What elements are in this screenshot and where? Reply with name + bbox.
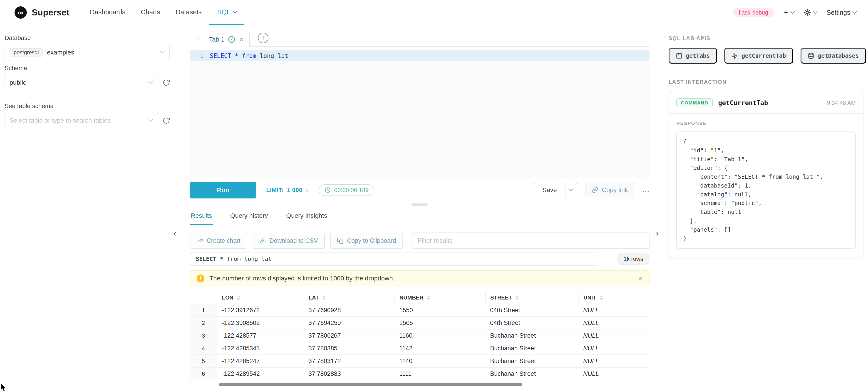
interaction-card-header: COMMAND getCurrentTab 9:34:48 AM [669, 92, 863, 114]
table-row[interactable]: 1 -122.3912672 37.7690928 1550 04th Stre… [190, 304, 650, 317]
limit-value: 1 000 [287, 187, 302, 194]
table-row[interactable]: 4 -122.4285341 37.780385 1142 Buchanan S… [190, 342, 650, 355]
api-buttons: getTabs getCurrentTab getDatabases [669, 48, 864, 64]
download-csv-button[interactable]: Download to CSV [253, 233, 325, 249]
sqllab-api-panel: SQL LAB APIS getTabs getCurrentTab getDa… [659, 26, 868, 391]
table-row[interactable]: 6 -122.4289542 37.7802883 1111 Buchanan … [190, 367, 650, 380]
run-button[interactable]: Run [190, 182, 256, 198]
tab-title: Tab 1 [209, 36, 225, 43]
new-item-button[interactable]: + [783, 8, 794, 17]
cell-unit: NULL [579, 342, 650, 355]
table-row[interactable]: 2 -122.3908502 37.7694259 1505 04th Stre… [190, 317, 650, 329]
chevron-down-icon [790, 9, 795, 14]
cell-number: 1160 [395, 329, 486, 342]
cell-lon: -122.3908502 [217, 317, 304, 329]
last-interaction-card: COMMAND getCurrentTab 9:34:48 AM RESPONS… [669, 92, 864, 258]
results-table: LON LAT NUMBER STREET UNIT 1 -122.391267… [190, 292, 650, 380]
limit-dropdown[interactable]: LIMIT: 1 000 [266, 187, 309, 194]
table-row[interactable]: 5 -122.4285247 37.7803172 1140 Buchanan … [190, 355, 650, 367]
save-options-button[interactable] [565, 183, 577, 197]
copy-to-clipboard-button[interactable]: Copy to Clipboard [330, 233, 403, 249]
refresh-tables-button[interactable] [163, 117, 170, 124]
close-tab-icon[interactable]: × [240, 36, 244, 43]
cell-lon: -122.3912672 [217, 304, 304, 317]
print-margin-line [473, 51, 473, 177]
command-name: getCurrentTab [718, 99, 768, 107]
horizontal-scrollbar[interactable] [219, 383, 522, 386]
column-header-number[interactable]: NUMBER [395, 292, 486, 304]
caret-down-icon [305, 187, 309, 192]
editor-tab[interactable]: ⋮⋮ Tab 1 ✓ × [190, 32, 250, 47]
cell-lat: 37.780385 [304, 342, 395, 355]
table-row[interactable]: 3 -122.428577 37.7806267 1160 Buchanan S… [190, 329, 650, 342]
sort-icon[interactable] [427, 295, 430, 300]
database-select[interactable]: postgresql examples [4, 45, 170, 60]
drag-handle-icon[interactable]: ⋮⋮ [196, 37, 205, 42]
filter-results-input[interactable] [412, 232, 650, 249]
executed-query-row: SELECT*fromlong_lat 1k rows [190, 252, 650, 266]
nav-label: Dashboards [90, 8, 125, 16]
nav-item-dashboards[interactable]: Dashboards [82, 0, 133, 25]
row-number-header [190, 292, 217, 304]
table-select-placeholder: Select table or type to search tables [9, 117, 111, 124]
toolbar-right: Save Copy link ... [534, 183, 650, 197]
database-label: Database [4, 34, 170, 41]
close-warning-icon[interactable]: × [639, 274, 643, 282]
theme-toggle-button[interactable] [804, 9, 817, 16]
editor-line-1[interactable]: 1 SELECT*fromlong_lat [190, 51, 650, 61]
table-select[interactable]: Select table or type to search tables [4, 113, 158, 128]
sort-icon[interactable] [322, 295, 326, 300]
more-options-button[interactable]: ... [643, 186, 650, 194]
editor-tab-bar: ⋮⋮ Tab 1 ✓ × + [190, 32, 650, 47]
cell-lat: 37.7694259 [304, 317, 395, 329]
row-number: 3 [190, 329, 217, 342]
column-header-lat[interactable]: LAT [304, 292, 395, 304]
results-actions: Create chart Download to CSV Copy to Cli… [190, 232, 650, 249]
collapse-left-panel-button[interactable]: ‹ [174, 229, 177, 237]
save-label: Save [534, 183, 565, 197]
line-number: 1 [190, 53, 210, 59]
splitter-drag-handle[interactable] [411, 203, 428, 206]
nav-item-charts[interactable]: Charts [133, 0, 168, 25]
collapse-right-panel-button[interactable]: › [656, 229, 659, 237]
add-tab-button[interactable]: + [258, 33, 269, 43]
copy-link-button[interactable]: Copy link [586, 183, 634, 197]
refresh-schema-button[interactable] [163, 79, 170, 86]
get-databases-button[interactable]: getDatabases [801, 48, 866, 64]
row-number: 4 [190, 342, 217, 355]
column-header-street[interactable]: STREET [486, 292, 579, 304]
nav-item-datasets[interactable]: Datasets [168, 0, 209, 25]
nav-item-sql[interactable]: SQL [209, 0, 244, 25]
cell-street: Buchanan Street [486, 355, 579, 367]
nav-label: Charts [141, 8, 160, 16]
sort-icon[interactable] [600, 295, 603, 300]
query-timer: 00:00:00.189 [319, 184, 374, 196]
chevron-down-icon [233, 9, 237, 13]
cell-number: 1111 [395, 367, 486, 380]
get-current-tab-button[interactable]: getCurrentTab [724, 48, 793, 64]
sort-icon[interactable] [237, 295, 240, 300]
column-header-lon[interactable]: LON [217, 292, 304, 304]
column-header-unit[interactable]: UNIT [579, 292, 650, 304]
database-icon [808, 53, 814, 59]
response-label: RESPONSE [676, 121, 856, 126]
sql-editor-section: ⋮⋮ Tab 1 ✓ × + 1 SELECT*fromlong_lat Run… [177, 26, 659, 391]
sql-keyword: SELECT [210, 53, 231, 59]
tab-query-insights[interactable]: Query Insights [285, 208, 328, 225]
chevron-down-icon [148, 117, 153, 122]
brand[interactable]: ∞ Superset [14, 6, 69, 19]
get-tabs-button[interactable]: getTabs [669, 48, 717, 64]
sql-code-editor[interactable]: 1 SELECT*fromlong_lat [190, 51, 650, 177]
settings-label: Settings [827, 9, 850, 17]
save-button[interactable]: Save [534, 183, 577, 197]
cell-lat: 37.7690928 [304, 304, 395, 317]
schema-select[interactable]: public [4, 75, 158, 90]
create-chart-button[interactable]: Create chart [190, 233, 247, 249]
main-nav: Dashboards Charts Datasets SQL [82, 0, 244, 25]
settings-menu[interactable]: Settings [827, 9, 856, 17]
tab-query-history[interactable]: Query history [229, 208, 269, 225]
tab-results[interactable]: Results [190, 208, 213, 225]
sort-icon[interactable] [516, 295, 519, 300]
command-timestamp: 9:34:48 AM [827, 100, 856, 106]
cell-unit: NULL [579, 304, 650, 317]
